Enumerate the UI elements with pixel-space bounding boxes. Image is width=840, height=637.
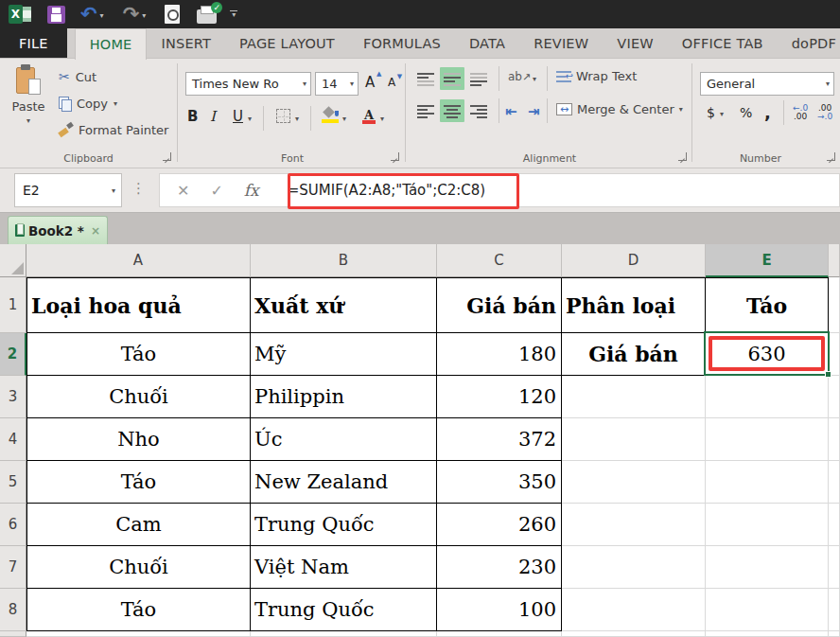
row-header-7[interactable]: 7 — [0, 546, 26, 589]
cell-D7[interactable] — [562, 546, 706, 589]
font-name-combo[interactable]: Times New Ro▾ — [185, 72, 311, 96]
cancel-icon[interactable]: ✕ — [177, 182, 189, 200]
tab-data[interactable]: DATA — [455, 28, 519, 58]
cell-D4[interactable] — [562, 418, 706, 461]
font-color-icon[interactable]: A — [361, 108, 376, 123]
cell-E4[interactable] — [706, 418, 829, 461]
redo-button[interactable]: ↷▾ — [123, 4, 147, 25]
save-icon[interactable] — [47, 6, 65, 24]
format-painter-button[interactable]: Format Painter — [59, 119, 168, 140]
cell-C7[interactable]: 230 — [437, 546, 562, 589]
cell-partial-3[interactable] — [829, 376, 840, 418]
cell-A5[interactable]: Táo — [26, 461, 251, 504]
chevron-down-icon[interactable]: ▾ — [248, 115, 252, 123]
chevron-down-icon[interactable]: ▾ — [295, 115, 299, 123]
chevron-down-icon[interactable]: ▾ — [679, 105, 683, 114]
cell-C4[interactable]: 372 — [437, 418, 562, 461]
cell-partial-6[interactable] — [829, 504, 840, 546]
cell-partial[interactable] — [437, 631, 562, 637]
comma-style-button[interactable]: , — [764, 102, 771, 122]
paste-button[interactable]: Paste ▾ — [6, 63, 51, 150]
cell-E3[interactable] — [706, 376, 829, 418]
tab-review[interactable]: REVIEW — [519, 28, 603, 58]
fill-color-icon[interactable] — [322, 108, 339, 123]
clipboard-dialog-launcher-icon[interactable] — [163, 152, 171, 161]
cell-A8[interactable]: Táo — [26, 589, 251, 631]
row-header-4[interactable]: 4 — [0, 418, 26, 461]
row-header-8[interactable]: 8 — [0, 589, 26, 631]
borders-icon[interactable] — [276, 109, 290, 123]
number-dialog-launcher-icon[interactable] — [827, 152, 835, 161]
formula-bar-splitter[interactable]: ⋮ — [131, 180, 146, 197]
cell-partial[interactable] — [706, 631, 829, 637]
cell-B7[interactable]: Việt Nam — [251, 546, 437, 589]
percent-button[interactable]: % — [740, 105, 752, 120]
cell-D3[interactable] — [562, 376, 706, 418]
align-right-button[interactable] — [466, 99, 491, 122]
align-center-button[interactable] — [440, 99, 464, 122]
col-header-C[interactable]: C — [437, 244, 562, 277]
align-left-button[interactable] — [413, 99, 438, 122]
row-header-1[interactable]: 1 — [0, 277, 26, 333]
decrease-indent-icon[interactable]: ⇤ — [505, 103, 517, 120]
cell-D8[interactable] — [562, 589, 706, 631]
print-preview-icon[interactable] — [165, 5, 180, 24]
font-dialog-launcher-icon[interactable] — [391, 152, 399, 161]
cell-partial-2[interactable] — [829, 333, 840, 376]
cell-D5[interactable] — [562, 461, 706, 504]
cell-A1[interactable]: Loại hoa quả — [26, 277, 251, 333]
cell-C5[interactable]: 350 — [437, 461, 562, 504]
increase-indent-icon[interactable]: ⇥ — [528, 103, 540, 120]
cell-A7[interactable]: Chuối — [26, 546, 251, 589]
cell-partial-8[interactable] — [829, 589, 840, 631]
chevron-down-icon[interactable]: ▾ — [112, 186, 121, 195]
cell-partial-4[interactable] — [829, 418, 840, 461]
customize-toolbar-button[interactable]: ▾ — [230, 10, 237, 18]
row-header-2[interactable]: 2 — [0, 333, 26, 376]
cell-partial[interactable] — [829, 631, 840, 637]
cell-partial[interactable] — [26, 631, 251, 637]
number-format-combo[interactable]: General▾ — [700, 72, 834, 96]
tab-view[interactable]: VIEW — [603, 28, 668, 58]
insert-function-icon[interactable]: fx — [244, 181, 259, 200]
cell-D1[interactable]: Phân loại — [562, 277, 706, 333]
cell-partial-1[interactable] — [829, 277, 840, 333]
underline-button[interactable]: U — [233, 108, 243, 125]
cell-A4[interactable]: Nho — [26, 418, 251, 461]
cell-B4[interactable]: Úc — [251, 418, 437, 461]
cell-E7[interactable] — [706, 546, 829, 589]
cell-A2[interactable]: Táo — [26, 333, 251, 376]
wrap-text-button[interactable]: ↩ Wrap Text — [556, 69, 637, 83]
cell-A6[interactable]: Cam — [26, 504, 251, 546]
cell-C8[interactable]: 100 — [437, 589, 562, 631]
cell-partial-7[interactable] — [829, 546, 840, 589]
middle-align-button[interactable] — [440, 67, 464, 90]
tab-office-tab[interactable]: OFFICE TAB — [668, 28, 778, 58]
cell-B3[interactable]: Philippin — [251, 376, 437, 418]
col-header-D[interactable]: D — [562, 244, 706, 277]
fill-handle[interactable] — [825, 371, 831, 378]
tab-formulas[interactable]: FORMULAS — [349, 28, 455, 58]
merge-center-button[interactable]: ↔ Merge & Center ▾ — [556, 102, 683, 116]
cell-partial[interactable] — [251, 631, 437, 637]
bold-button[interactable]: B — [187, 108, 198, 125]
undo-button[interactable]: ↶▾ — [80, 4, 104, 25]
tab-page-layout[interactable]: PAGE LAYOUT — [225, 28, 349, 58]
chevron-down-icon[interactable]: ▾ — [822, 80, 833, 88]
cell-B8[interactable]: Trung Quốc — [251, 589, 437, 631]
cell-E8[interactable] — [706, 589, 829, 631]
cell-B5[interactable]: New Zealand — [251, 461, 437, 504]
col-header-A[interactable]: A — [26, 244, 251, 277]
row-header-3[interactable]: 3 — [0, 376, 26, 418]
col-header-B[interactable]: B — [251, 244, 437, 277]
cell-partial[interactable] — [562, 631, 706, 637]
row-header-6[interactable]: 6 — [0, 504, 26, 546]
col-header-partial[interactable] — [829, 244, 840, 277]
cell-E5[interactable] — [706, 461, 829, 504]
chevron-down-icon[interactable]: ▾ — [380, 115, 384, 123]
decrease-decimal-button[interactable]: .00 →.0 — [817, 104, 832, 121]
cell-C6[interactable]: 260 — [437, 504, 562, 546]
chevron-down-icon[interactable]: ▾ — [100, 11, 104, 20]
name-box[interactable]: E2 ▾ — [14, 173, 122, 207]
cell-B6[interactable]: Trung Quốc — [251, 504, 437, 546]
